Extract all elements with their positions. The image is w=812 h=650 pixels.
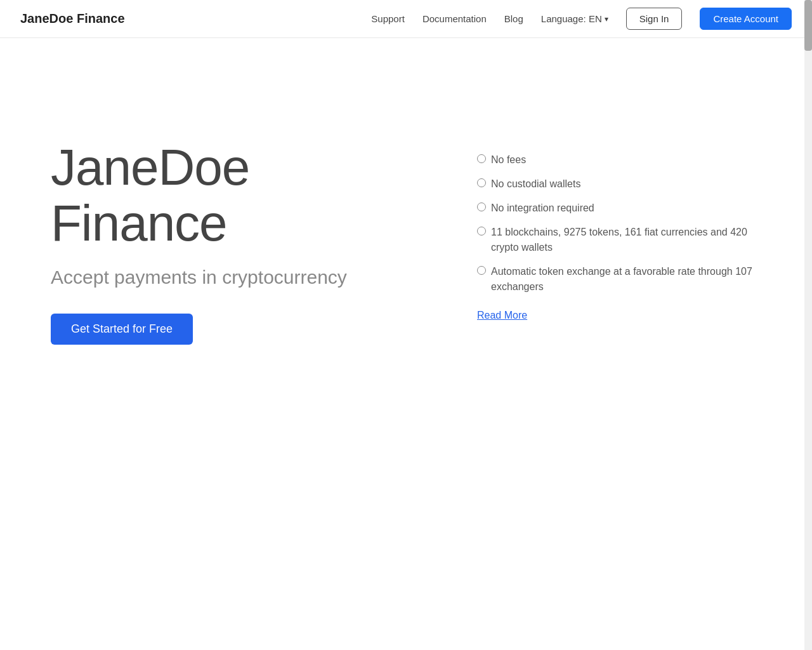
bullet-icon	[477, 202, 486, 211]
feature-text: No custodial wallets	[491, 176, 580, 192]
get-started-button[interactable]: Get Started for Free	[51, 314, 193, 345]
scrollbar[interactable]	[804, 0, 812, 650]
navbar-links: Support Documentation Blog Language: EN …	[371, 8, 792, 30]
feature-text: 11 blockchains, 9275 tokens, 161 fiat cu…	[491, 225, 761, 255]
scrollbar-thumb[interactable]	[804, 0, 812, 51]
signin-button[interactable]: Sign In	[626, 8, 683, 30]
blog-link[interactable]: Blog	[504, 13, 523, 24]
hero-subtitle: Accept payments in cryptocurrency	[51, 267, 439, 288]
list-item: 11 blockchains, 9275 tokens, 161 fiat cu…	[477, 225, 761, 255]
hero-left: JaneDoe Finance Accept payments in crypt…	[51, 140, 477, 345]
list-item: No custodial wallets	[477, 176, 761, 192]
create-account-button[interactable]: Create Account	[700, 8, 792, 30]
hero-title: JaneDoe Finance	[51, 140, 439, 251]
feature-list: No fees No custodial wallets No integrat…	[477, 152, 761, 295]
brand-logo[interactable]: JaneDoe Finance	[20, 11, 125, 26]
bullet-icon	[477, 178, 486, 187]
support-link[interactable]: Support	[371, 13, 405, 24]
hero-right: No fees No custodial wallets No integrat…	[477, 140, 761, 321]
feature-text: No integration required	[491, 201, 594, 216]
read-more-link[interactable]: Read More	[477, 310, 527, 321]
list-item: No fees	[477, 152, 761, 168]
navbar: JaneDoe Finance Support Documentation Bl…	[0, 0, 812, 38]
documentation-link[interactable]: Documentation	[422, 13, 487, 24]
feature-text: No fees	[491, 152, 526, 168]
bullet-icon	[477, 154, 486, 163]
bullet-icon	[477, 227, 486, 235]
list-item: Automatic token exchange at a favorable …	[477, 264, 761, 295]
hero-section: JaneDoe Finance Accept payments in crypt…	[0, 38, 812, 546]
list-item: No integration required	[477, 201, 761, 216]
bullet-icon	[477, 266, 486, 275]
feature-text: Automatic token exchange at a favorable …	[491, 264, 761, 295]
language-dropdown[interactable]: Language: EN	[541, 13, 608, 24]
